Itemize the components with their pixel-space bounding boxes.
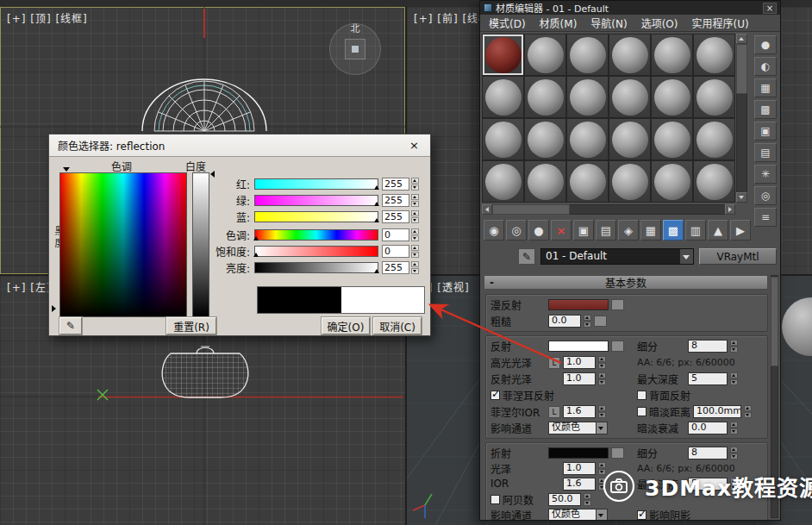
- material-slot-1[interactable]: [482, 34, 524, 76]
- channel-spinner-green[interactable]: [411, 194, 419, 207]
- scroll-left-icon[interactable]: [482, 204, 492, 215]
- diffuse-map-button[interactable]: [611, 299, 624, 310]
- reflection-gloss-spinner[interactable]: [598, 372, 606, 385]
- params-scrollbar-thumb[interactable]: [771, 277, 778, 366]
- channel-slider-sat[interactable]: [254, 246, 378, 257]
- refr-subdivs-field[interactable]: 8: [688, 447, 728, 459]
- backface-checkbox[interactable]: [637, 391, 646, 400]
- channel-slider-val[interactable]: [254, 262, 378, 273]
- material-slot-2[interactable]: [524, 34, 566, 76]
- slider-marker-icon[interactable]: [253, 253, 259, 257]
- channel-slider-hue[interactable]: [254, 229, 378, 241]
- slider-marker-icon[interactable]: [374, 185, 379, 190]
- material-slot-18[interactable]: [693, 118, 735, 160]
- fresnel-ior-lock-button[interactable]: L: [548, 406, 560, 418]
- material-slot-23[interactable]: [651, 160, 693, 203]
- channel-slider-blue[interactable]: [254, 211, 378, 222]
- material-slot-19[interactable]: [482, 160, 524, 203]
- scroll-up-icon[interactable]: [736, 34, 747, 44]
- go-to-parent-icon[interactable]: ▲: [708, 220, 728, 241]
- reflection-color-swatch[interactable]: [548, 341, 609, 352]
- abbe-field[interactable]: 50.0: [548, 493, 581, 506]
- abbe-checkbox[interactable]: [490, 495, 500, 504]
- roughness-field[interactable]: 0.0: [548, 315, 581, 328]
- material-slot-22[interactable]: [609, 160, 651, 203]
- material-type-button[interactable]: VRayMtl: [699, 248, 777, 265]
- assign-to-selection-icon[interactable]: ●: [528, 220, 549, 241]
- channel-value-sat[interactable]: 0: [382, 245, 409, 258]
- generate-preview-icon[interactable]: ▤: [754, 143, 777, 162]
- slot-hscrollbar-thumb[interactable]: [492, 204, 570, 215]
- ok-button[interactable]: 确定(O): [322, 317, 370, 334]
- material-slot-14[interactable]: [524, 118, 566, 160]
- put-to-library-icon[interactable]: ▤: [596, 220, 616, 241]
- material-map-navigator-icon[interactable]: ≡: [754, 208, 777, 227]
- abbe-spinner[interactable]: [584, 493, 591, 506]
- sample-type-icon[interactable]: ●: [754, 35, 777, 54]
- slider-marker-icon[interactable]: [374, 202, 379, 206]
- refl-subdivs-spinner[interactable]: [730, 340, 738, 353]
- video-color-check-icon[interactable]: ▣: [754, 122, 777, 141]
- options-icon[interactable]: ✳: [754, 165, 777, 184]
- reset-map-icon[interactable]: ×: [551, 220, 572, 241]
- cancel-button[interactable]: 取消(C): [373, 317, 422, 334]
- fresnel-checkbox[interactable]: [490, 391, 500, 400]
- channel-spinner-red[interactable]: [411, 178, 419, 191]
- backlight-icon[interactable]: ◐: [754, 57, 777, 76]
- material-slot-3[interactable]: [566, 34, 609, 76]
- material-slot-20[interactable]: [524, 160, 566, 203]
- menu-item-2[interactable]: 材质(M): [533, 16, 584, 30]
- refraction-map-button[interactable]: [611, 447, 624, 459]
- material-slot-5[interactable]: [651, 34, 693, 76]
- channel-value-hue[interactable]: 0: [382, 228, 409, 241]
- slider-marker-icon[interactable]: [374, 218, 379, 222]
- dim-falloff-field[interactable]: 0.0: [688, 422, 728, 434]
- material-slot-10[interactable]: [609, 76, 651, 118]
- menu-item-4[interactable]: 选项(O): [634, 16, 685, 30]
- material-slot-7[interactable]: [482, 76, 524, 118]
- color-picker-titlebar[interactable]: 颜色选择器: reflection ×: [49, 134, 430, 157]
- material-slot-9[interactable]: [566, 76, 609, 118]
- material-slot-16[interactable]: [609, 118, 651, 160]
- reflection-map-button[interactable]: [611, 341, 624, 352]
- color-picker-close-icon[interactable]: ×: [407, 138, 422, 153]
- put-to-scene-icon[interactable]: ◎: [506, 220, 527, 241]
- channel-slider-green[interactable]: [254, 195, 378, 206]
- material-slot-11[interactable]: [651, 76, 693, 118]
- refr-subdivs-spinner[interactable]: [730, 447, 738, 459]
- hue-marker-icon[interactable]: [63, 167, 70, 172]
- show-background-icon[interactable]: ▦: [640, 220, 661, 241]
- menu-item-3[interactable]: 导航(N): [584, 16, 634, 30]
- background-icon[interactable]: ▦: [754, 78, 777, 97]
- material-slot-15[interactable]: [566, 118, 609, 160]
- material-slot-24[interactable]: [693, 160, 735, 203]
- hilight-gloss-spinner[interactable]: [598, 356, 606, 369]
- select-by-material-icon[interactable]: ◎: [754, 186, 777, 205]
- refl-maxdepth-field[interactable]: 5: [688, 372, 728, 385]
- dim-distance-checkbox[interactable]: [637, 407, 646, 416]
- fresnel-ior-spinner[interactable]: [598, 405, 606, 418]
- refl-subdivs-field[interactable]: 8: [688, 340, 728, 353]
- channel-value-blue[interactable]: 255: [382, 210, 409, 223]
- refl-affect-channels-dropdown[interactable]: 仅颜色: [548, 422, 608, 434]
- refr-affect-channels-dropdown[interactable]: 仅颜色: [548, 509, 608, 522]
- viewport-top-label[interactable]: [+] [顶] [线框]: [7, 10, 88, 25]
- hue-saturation-square[interactable]: [59, 172, 187, 317]
- material-name-dropdown[interactable]: 01 - Default: [540, 248, 694, 265]
- view-compass[interactable]: 北: [329, 23, 381, 75]
- channel-value-green[interactable]: 255: [382, 194, 409, 207]
- roughness-map-button[interactable]: [594, 316, 607, 327]
- affect-shadows-checkbox[interactable]: [637, 510, 646, 520]
- refraction-color-swatch[interactable]: [548, 447, 609, 459]
- reset-button[interactable]: 重置(R): [166, 317, 216, 334]
- material-slot-8[interactable]: [524, 76, 566, 118]
- sample-eyedropper-button[interactable]: ✎: [59, 317, 82, 334]
- sample-uv-tiling-icon[interactable]: ▩: [754, 100, 777, 119]
- channel-spinner-val[interactable]: [411, 261, 419, 274]
- slider-marker-icon[interactable]: [253, 236, 259, 241]
- scroll-down-icon[interactable]: [736, 192, 747, 203]
- material-slot-21[interactable]: [566, 160, 609, 203]
- blackness-marker-icon[interactable]: [52, 305, 56, 312]
- material-slot-4[interactable]: [609, 34, 651, 76]
- reflection-gloss-field[interactable]: 1.0: [563, 372, 596, 385]
